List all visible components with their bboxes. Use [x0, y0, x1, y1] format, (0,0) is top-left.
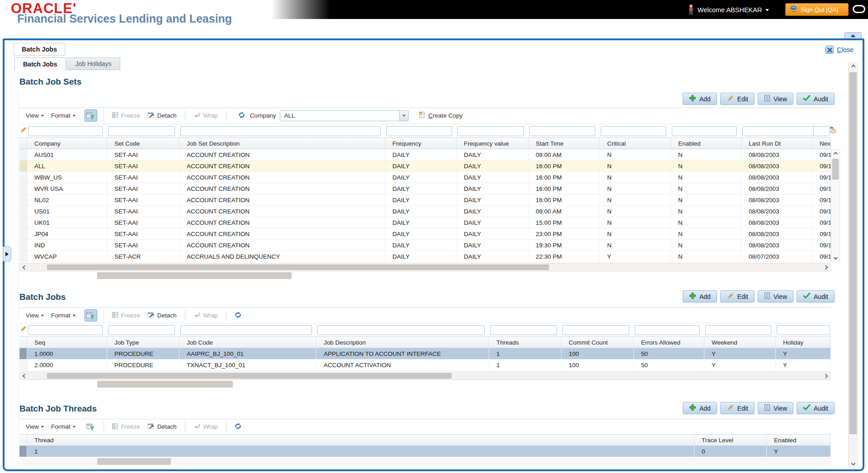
format-menu[interactable]: Format — [51, 423, 75, 430]
column-header[interactable]: Job Set Description — [179, 138, 385, 149]
column-header[interactable]: Start Time — [528, 138, 600, 149]
company-select[interactable]: ALL — [280, 110, 409, 121]
column-header[interactable]: Next — [812, 138, 831, 149]
column-header[interactable]: Holiday — [776, 337, 831, 348]
detach-button[interactable]: Detach — [147, 423, 177, 431]
job-set-row[interactable]: NL02 SET-AAI ACCOUNT CREATION DAILY DAIL… — [19, 194, 831, 206]
window-tab-batch-jobs[interactable]: Batch Jobs — [14, 43, 65, 56]
scroll-down-button[interactable] — [831, 255, 840, 262]
close-icon[interactable] — [826, 46, 834, 54]
filter-start-time-input[interactable] — [529, 126, 595, 136]
filter-weekend-input[interactable] — [705, 325, 771, 335]
column-header[interactable]: Errors Allowed — [634, 337, 704, 348]
column-header[interactable]: Enabled — [767, 435, 831, 445]
filter-threads-input[interactable] — [490, 325, 557, 335]
edit-button[interactable]: Edit — [720, 93, 755, 105]
job-set-row[interactable]: WVR USA SET-AAI ACCOUNT CREATION DAILY D… — [19, 183, 831, 194]
filter-critical-input[interactable] — [601, 126, 666, 136]
scroll-left-button[interactable] — [20, 372, 28, 379]
filter-description-input[interactable] — [180, 126, 381, 136]
refresh-icon[interactable] — [234, 422, 242, 431]
audit-button[interactable]: Audit — [797, 290, 835, 303]
column-header[interactable]: Threads — [489, 337, 561, 348]
job-set-row[interactable]: IND SET-AAI ACCOUNT CREATION DAILY DAILY… — [19, 240, 831, 251]
filter-holiday-input[interactable] — [777, 325, 830, 335]
column-header[interactable]: Last Run Dt — [741, 138, 812, 149]
column-header[interactable]: Weekend — [704, 337, 776, 348]
edit-button[interactable]: Edit — [720, 402, 755, 414]
audit-button[interactable]: Audit — [797, 402, 835, 414]
scrollbar-thumb[interactable] — [832, 159, 839, 180]
column-header[interactable]: Trace Level — [694, 435, 767, 445]
filter-job-type-input[interactable] — [108, 325, 175, 335]
query-by-example-button[interactable] — [85, 109, 97, 122]
column-header[interactable]: Seq — [27, 337, 107, 348]
filter-company-input[interactable] — [28, 126, 103, 136]
refresh-icon[interactable] — [237, 111, 246, 120]
user-menu[interactable]: Welcome ABSHEKAR — [688, 4, 769, 16]
scrollbar-thumb[interactable] — [47, 265, 549, 270]
filter-frequency-value-input[interactable] — [458, 126, 524, 136]
scroll-right-button[interactable] — [822, 372, 830, 379]
column-header[interactable]: Job Type — [107, 337, 179, 348]
tab-batch-jobs[interactable]: Batch Jobs — [14, 57, 66, 70]
add-button[interactable]: Add — [683, 402, 717, 414]
filter-enabled-input[interactable] — [672, 126, 737, 136]
close-control[interactable]: Close — [826, 46, 854, 54]
job-set-row[interactable]: JP04 SET-AAI ACCOUNT CREATION DAILY DAIL… — [19, 228, 831, 240]
close-label[interactable]: Close — [837, 46, 854, 53]
view-button[interactable]: View — [758, 93, 793, 105]
job-set-row[interactable]: WVCAP SET-ACR ACCRUALS AND DELINQUENCY D… — [19, 251, 831, 262]
tab-job-holidays[interactable]: Job Holidays — [66, 57, 120, 70]
column-header[interactable]: Critical — [600, 138, 671, 149]
scroll-right-button[interactable] — [822, 264, 830, 271]
edit-button[interactable]: Edit — [720, 290, 755, 303]
column-header[interactable]: Thread — [27, 435, 694, 445]
add-button[interactable]: Add — [683, 93, 717, 105]
column-header[interactable]: Commit Count — [561, 337, 634, 348]
format-menu[interactable]: Format — [51, 312, 75, 319]
filter-job-description-input[interactable] — [317, 325, 485, 335]
dropdown-button[interactable] — [399, 111, 408, 121]
job-row[interactable]: 1.0000 PROCEDURE AAIPRC_BJ_100_01 APPLIC… — [19, 348, 831, 359]
format-menu[interactable]: Format — [51, 112, 75, 119]
view-menu[interactable]: View — [26, 312, 44, 319]
scrollbar-thumb[interactable] — [849, 72, 857, 434]
filter-next-input[interactable] — [813, 126, 830, 136]
column-header[interactable]: Company — [27, 138, 107, 149]
view-button[interactable]: View — [758, 402, 793, 414]
scroll-up-button[interactable] — [831, 150, 840, 157]
job-set-row[interactable]: UK01 SET-AAI ACCOUNT CREATION DAILY DAIL… — [19, 217, 831, 228]
filter-commit-count-input[interactable] — [562, 325, 629, 335]
query-by-example-button[interactable] — [85, 309, 97, 322]
audit-button[interactable]: Audit — [797, 93, 835, 105]
view-menu[interactable]: View — [26, 112, 44, 119]
job-set-row[interactable]: ALL SET-AAI ACCOUNT CREATION DAILY DAILY… — [19, 161, 831, 172]
column-header[interactable]: Frequency — [385, 138, 457, 149]
view-button[interactable]: View — [758, 290, 793, 303]
scrollbar-thumb[interactable] — [47, 373, 452, 378]
job-row[interactable]: 2.0000 PROCEDURE TXNACT_BJ_100_01 ACCOUN… — [19, 359, 831, 371]
query-by-example-button[interactable] — [85, 421, 97, 433]
filter-set-code-input[interactable] — [108, 126, 175, 136]
job-set-row[interactable]: WBW_US SET-AAI ACCOUNT CREATION DAILY DA… — [19, 172, 831, 183]
column-header[interactable]: Job Description — [316, 337, 489, 348]
scroll-left-button[interactable] — [20, 264, 28, 271]
sidebar-expander-handle[interactable] — [3, 246, 11, 261]
sign-out-button[interactable]: Sign Out [QA] — [785, 3, 849, 16]
detach-button[interactable]: Detach — [147, 112, 177, 120]
column-header[interactable]: Enabled — [671, 138, 741, 149]
column-header[interactable]: Job Code — [179, 337, 316, 348]
filter-job-code-input[interactable] — [180, 325, 312, 335]
column-header[interactable]: Frequency value — [457, 138, 528, 149]
detach-button[interactable]: Detach — [147, 312, 177, 320]
filter-frequency-input[interactable] — [386, 126, 452, 136]
refresh-icon[interactable] — [234, 311, 242, 320]
collapse-panel-button[interactable] — [844, 32, 862, 39]
filter-errors-allowed-input[interactable] — [635, 325, 700, 335]
thread-row[interactable]: 1 0 Y — [19, 446, 831, 457]
filter-seq-input[interactable] — [28, 325, 103, 335]
job-set-row[interactable]: AUS01 SET-AAI ACCOUNT CREATION DAILY DAI… — [19, 149, 831, 161]
scroll-down-button[interactable] — [849, 460, 858, 468]
column-header[interactable]: Set Code — [107, 138, 179, 149]
